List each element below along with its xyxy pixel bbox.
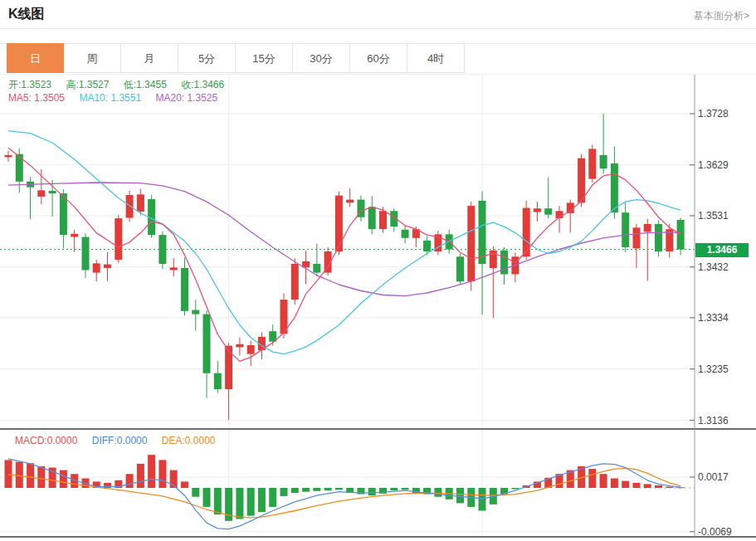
candle-body <box>313 264 320 273</box>
macd-bar <box>600 474 607 488</box>
candle-body <box>402 230 409 238</box>
main-axis-tick-label: 1.3629 <box>698 159 729 171</box>
candle-body <box>368 207 376 229</box>
tab-period-30分[interactable]: 30分 <box>293 43 350 73</box>
macd-axis-tick-label: -0.0069 <box>698 526 732 538</box>
candle-body <box>633 227 641 248</box>
candle-body <box>137 194 144 212</box>
macd-bar <box>368 488 376 495</box>
macd-bar <box>148 455 155 488</box>
macd-axis-tick-label: 0.0017 <box>698 471 729 483</box>
ma10-value: MA10: 1.3551 <box>79 92 141 104</box>
candle-body <box>115 218 122 260</box>
candle-body <box>37 190 45 197</box>
candle-body <box>611 163 618 212</box>
macd-bar <box>269 488 276 507</box>
macd-bar <box>324 488 332 490</box>
macd-bar <box>402 488 409 490</box>
candle-body <box>644 224 651 232</box>
tab-period-周[interactable]: 周 <box>64 43 121 73</box>
candle-body <box>49 191 56 193</box>
candle-body <box>71 234 78 237</box>
ma5-value: MA5: 1.3505 <box>8 92 65 104</box>
kline-page: K线图 基本面分析> 日周月5分15分30分60分4时 开:1.3523 高:1… <box>0 0 756 541</box>
candle-body <box>170 267 178 270</box>
candle-body <box>588 149 596 178</box>
candle-body <box>456 256 464 281</box>
macd-bar <box>644 484 651 488</box>
high-value: 高:1.3527 <box>66 79 109 90</box>
candle-body <box>467 206 475 281</box>
tab-period-月[interactable]: 月 <box>121 43 178 73</box>
dea-value: DEA:0.0000 <box>162 435 216 446</box>
candle-body <box>104 265 111 268</box>
candle-body <box>236 344 243 348</box>
macd-bar <box>137 464 144 488</box>
macd-bar <box>622 481 629 488</box>
tab-period-60分[interactable]: 60分 <box>350 43 407 73</box>
macd-bar <box>633 483 641 488</box>
macd-bar <box>302 488 310 492</box>
candle-body <box>5 155 12 158</box>
tab-period-15分[interactable]: 15分 <box>236 43 293 73</box>
macd-bar <box>258 488 266 512</box>
candle-body <box>291 264 299 300</box>
macd-bar <box>588 469 596 488</box>
open-value: 开:1.3523 <box>8 79 51 90</box>
main-axis-tick-label: 1.3334 <box>698 312 729 324</box>
candle-body <box>225 346 232 389</box>
candle-body <box>655 224 662 251</box>
chart-area: 开:1.3523 高:1.3527 低:1.3455 收:1.3466 MA5:… <box>0 75 756 541</box>
macd-bar <box>434 488 441 497</box>
candle-body <box>126 195 134 218</box>
macd-legend: MACD:0.0000 DIFF:0.0000 DEA:0.0000 <box>15 435 227 446</box>
macd-bar <box>203 488 211 507</box>
macd-bar <box>159 460 166 488</box>
tab-period-5分[interactable]: 5分 <box>178 43 236 73</box>
macd-bar <box>611 479 618 489</box>
diff-value: DIFF:0.0000 <box>92 435 148 446</box>
candle-body <box>346 200 354 203</box>
candle-body <box>600 155 607 168</box>
candle-body <box>379 211 387 229</box>
main-axis-tick-label: 1.3136 <box>698 415 729 426</box>
macd-bar <box>27 463 34 488</box>
main-axis-tick-label: 1.3728 <box>698 108 729 119</box>
macd-bar <box>390 488 398 490</box>
tab-period-日[interactable]: 日 <box>7 43 64 73</box>
macd-bar <box>181 481 188 488</box>
candle-body <box>214 373 222 389</box>
macd-bar <box>60 470 67 488</box>
candle-body <box>82 237 90 270</box>
period-tabbar: 日周月5分15分30分60分4时 <box>7 43 465 73</box>
page-title: K线图 <box>8 6 45 23</box>
candle-body <box>93 263 100 272</box>
candle-body <box>534 208 541 212</box>
page-header: K线图 基本面分析> <box>0 0 756 29</box>
candle-body <box>622 212 629 247</box>
macd-bar <box>247 488 255 516</box>
candle-body <box>335 196 343 251</box>
fundamental-analysis-link[interactable]: 基本面分析> <box>694 9 749 23</box>
macd-bar <box>291 488 299 493</box>
macd-bar <box>16 462 23 488</box>
main-axis-tick-label: 1.3531 <box>698 210 729 222</box>
candle-body <box>544 208 552 215</box>
macd-bar <box>335 488 343 490</box>
macd-bar <box>37 466 45 488</box>
macd-bar <box>666 487 673 489</box>
kline-chart-canvas[interactable] <box>0 75 756 541</box>
low-value: 低:1.3455 <box>124 79 167 90</box>
tab-period-4时[interactable]: 4时 <box>407 43 465 73</box>
ohlc-legend: 开:1.3523 高:1.3527 低:1.3455 收:1.3466 <box>8 78 236 92</box>
macd-bar <box>126 474 134 488</box>
macd-bar <box>192 488 199 497</box>
candle-body <box>247 345 255 354</box>
main-axis-tick-label: 1.3432 <box>698 261 729 273</box>
close-value: 收:1.3466 <box>181 79 224 90</box>
ma-legend: MA5: 1.3505 MA10: 1.3551 MA20: 1.3525 <box>8 92 229 104</box>
diff-line <box>8 459 680 529</box>
macd-value: MACD:0.0000 <box>15 435 77 446</box>
candle-body <box>181 268 188 311</box>
macd-bar <box>479 488 486 511</box>
